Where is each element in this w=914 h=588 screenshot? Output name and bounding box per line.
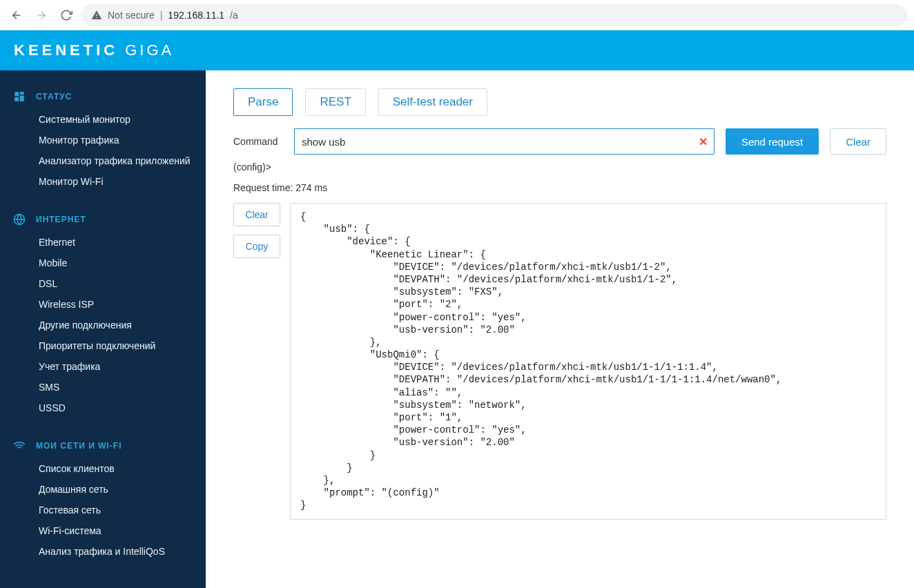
sidebar-section-internet: ИНТЕРНЕТ Ethernet Mobile DSL Wireless IS… [0, 207, 206, 418]
sidebar: СТАТУС Системный монитор Монитор трафика… [0, 70, 206, 588]
wifi-icon [12, 439, 26, 453]
output-box[interactable]: { "usb": { "device": { "Keenetic Linear"… [290, 203, 886, 520]
sidebar-section-title: МОИ СЕТИ И WI-FI [36, 441, 122, 451]
command-input-wrap: ✕ [294, 128, 714, 155]
sidebar-item[interactable]: Гостевая сеть [0, 500, 206, 520]
url-host: 192.168.11.1 [168, 10, 224, 21]
sidebar-section-title: СТАТУС [36, 92, 72, 101]
sidebar-item[interactable]: Другие подключения [0, 315, 206, 335]
output-copy-button[interactable]: Copy [233, 235, 280, 258]
main-content: Parse REST Self-test reader Command ✕ Se… [206, 70, 914, 588]
brand-sub: GIGA [125, 41, 174, 59]
sidebar-section-wifi: МОИ СЕТИ И WI-FI Список клиентов Домашня… [0, 433, 206, 562]
reload-button[interactable] [57, 6, 76, 25]
svg-rect-0 [14, 92, 19, 96]
svg-rect-2 [20, 96, 24, 101]
address-bar[interactable]: Not secure | 192.168.11.1/a [81, 4, 907, 26]
forward-button[interactable] [32, 6, 51, 25]
output-clear-button[interactable]: Clear [233, 203, 280, 226]
sidebar-item[interactable]: Учет трафика [0, 356, 206, 377]
brand-header: KEENETIC GIGA [0, 30, 914, 70]
sidebar-section-status: СТАТУС Системный монитор Монитор трафика… [0, 84, 206, 192]
svg-rect-1 [20, 92, 24, 95]
sidebar-section-header[interactable]: МОИ СЕТИ И WI-FI [0, 433, 206, 458]
sidebar-item[interactable]: Анализатор трафика приложений [0, 150, 206, 171]
output-controls: Clear Copy [233, 203, 280, 258]
output-row: Clear Copy { "usb": { "device": { "Keene… [233, 203, 886, 520]
tabs: Parse REST Self-test reader [233, 88, 886, 116]
sidebar-item[interactable]: DSL [0, 273, 206, 294]
clear-input-icon[interactable]: ✕ [699, 135, 708, 148]
browser-toolbar: Not secure | 192.168.11.1/a [0, 0, 914, 30]
tab-selftest[interactable]: Self-test reader [378, 88, 487, 116]
tab-rest[interactable]: REST [305, 88, 365, 116]
arrow-left-icon [10, 9, 23, 21]
address-separator: | [160, 10, 163, 21]
back-button[interactable] [7, 6, 26, 25]
sidebar-item[interactable]: Домашняя сеть [0, 479, 206, 500]
sidebar-item[interactable]: Wi-Fi-система [0, 520, 206, 541]
sidebar-item[interactable]: Mobile [0, 253, 206, 273]
url-path: /a [230, 10, 238, 21]
sidebar-section-header[interactable]: ИНТЕРНЕТ [0, 207, 206, 232]
sidebar-item[interactable]: Список клиентов [0, 458, 206, 479]
tab-parse[interactable]: Parse [233, 88, 293, 116]
command-label: Command [233, 136, 283, 147]
sidebar-item[interactable]: Ethernet [0, 232, 206, 253]
command-row: Command ✕ Send request Clear [233, 128, 886, 155]
sidebar-item[interactable]: Монитор трафика [0, 130, 206, 150]
sidebar-item[interactable]: Приоритеты подключений [0, 335, 206, 356]
sidebar-item[interactable]: Wireless ISP [0, 294, 206, 315]
clear-button[interactable]: Clear [830, 128, 886, 155]
dashboard-icon [12, 90, 26, 104]
sidebar-item[interactable]: Монитор Wi-Fi [0, 171, 206, 192]
globe-icon [12, 213, 26, 226]
prompt-line: (config)> [233, 161, 886, 173]
request-time: Request time: 274 ms [233, 182, 886, 193]
not-secure-icon [91, 10, 102, 21]
svg-rect-3 [14, 97, 19, 101]
command-input[interactable] [294, 128, 714, 155]
sidebar-item[interactable]: Системный монитор [0, 109, 206, 130]
sidebar-section-header[interactable]: СТАТУС [0, 84, 206, 109]
sidebar-item[interactable]: USSD [0, 398, 206, 418]
secure-label: Not secure [108, 10, 155, 21]
sidebar-section-title: ИНТЕРНЕТ [36, 215, 86, 224]
sidebar-item[interactable]: Анализ трафика и IntelliQoS [0, 541, 206, 562]
brand-logo: KEENETIC GIGA [14, 41, 174, 59]
arrow-right-icon [35, 9, 48, 21]
reload-icon [60, 9, 72, 21]
brand-name: KEENETIC [14, 41, 118, 59]
sidebar-item[interactable]: SMS [0, 377, 206, 398]
send-request-button[interactable]: Send request [726, 128, 819, 155]
